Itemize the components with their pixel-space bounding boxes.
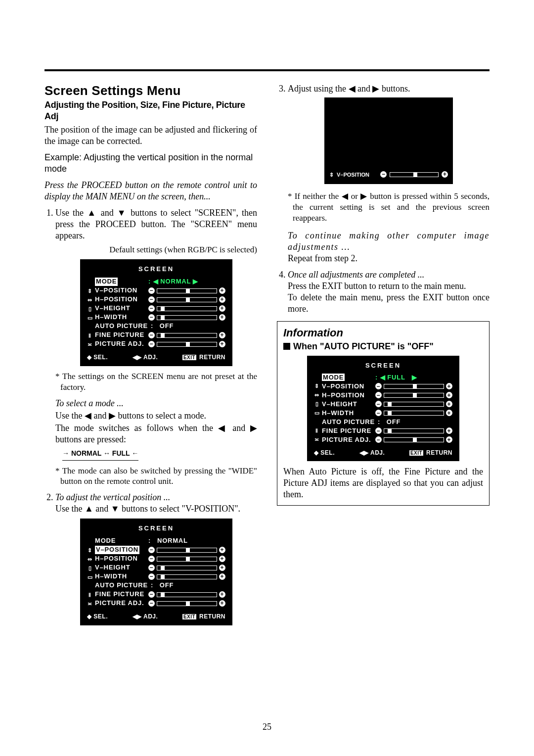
footer-return: EXIT RETURN bbox=[182, 354, 225, 361]
plus-icon: + bbox=[442, 171, 448, 178]
step-2-title: To adjust the vertical position ... bbox=[55, 492, 170, 502]
osd-row-mode: MODE : ◀ NORMAL ▶ bbox=[87, 278, 225, 286]
osd-row-picadj: ≍PICTURE ADJ. −+ bbox=[87, 340, 225, 349]
top-rule bbox=[44, 69, 490, 71]
info-heading: Information bbox=[283, 327, 483, 339]
vpos-icon: ⇕ bbox=[329, 171, 334, 178]
hpos-icon: ⇔ bbox=[87, 556, 93, 563]
square-bullet-icon bbox=[283, 343, 290, 350]
picadj-icon: ≍ bbox=[87, 600, 93, 607]
vheight-icon: ▯ bbox=[87, 305, 93, 312]
osd-row-vheight: ▯V–HEIGHT −+ bbox=[87, 304, 225, 313]
info-body: When Auto Picture is off, the Fine Pictu… bbox=[283, 466, 483, 500]
steps-list: Use the ▲ and ▼ buttons to select "SCREE… bbox=[44, 207, 257, 625]
repeat-step2: Repeat from step 2. bbox=[288, 253, 490, 264]
mode-switch-sentence: The mode switches as follows when the ◀ … bbox=[55, 423, 257, 445]
preview-label: V–POSITION bbox=[337, 171, 369, 178]
section-heading: Screen Settings Menu bbox=[44, 83, 257, 98]
intro-paragraph: The position of the image can be adjuste… bbox=[44, 124, 257, 147]
mode-cycle: → NORMAL ↔ FULL ← bbox=[62, 448, 138, 461]
subheading: Adjusting the Position, Size, Fine Pictu… bbox=[44, 99, 257, 122]
step-4-body1: Press the EXIT button to return to the m… bbox=[288, 281, 466, 291]
preview-bar bbox=[390, 172, 439, 177]
hwidth-icon: ▭ bbox=[87, 573, 93, 580]
step-1-text: Use the ▲ and ▼ buttons to select "SCREE… bbox=[55, 207, 257, 241]
hpos-icon: ⇔ bbox=[87, 296, 93, 303]
osd-row-autopic: AUTO PICTURE : OFF bbox=[87, 322, 225, 331]
footer-adj: ◀▶ ADJ. bbox=[133, 354, 158, 361]
vpos-icon: ⇕ bbox=[87, 547, 93, 554]
vheight-icon: ▯ bbox=[87, 565, 93, 571]
hwidth-icon: ▭ bbox=[87, 314, 93, 321]
osd-screen-menu-3: SCREEN MODE : ◀ FULL ▶ ⇕V–POSITION −+ ⇔H… bbox=[307, 356, 459, 461]
right-column: Adjust using the ◀ and ▶ buttons. ⇕ V–PO… bbox=[277, 83, 490, 630]
vpos-icon: ⇕ bbox=[87, 287, 93, 294]
minus-icon: − bbox=[148, 287, 155, 294]
example-label: Example: Adjusting the vertical position… bbox=[44, 152, 257, 175]
step-1: Use the ▲ and ▼ buttons to select "SCREE… bbox=[55, 207, 257, 487]
step-2: To adjust the vertical position ... Use … bbox=[55, 492, 257, 625]
picadj-icon: ≍ bbox=[87, 341, 93, 348]
step-2-body: Use the ▲ and ▼ buttons to select "V-POS… bbox=[55, 504, 240, 514]
plus-icon: + bbox=[219, 287, 225, 294]
osd-title: SCREEN bbox=[87, 265, 225, 274]
step-4-title: Once all adjustments are completed ... bbox=[288, 270, 424, 280]
osd-row-vpos: ⇕V–POSITION −+ bbox=[87, 286, 225, 295]
left-column: Screen Settings Menu Adjusting the Posit… bbox=[44, 83, 257, 630]
default-settings-label: Default settings (when RGB/PC is selecte… bbox=[55, 244, 257, 255]
minus-icon: − bbox=[380, 171, 387, 178]
osd-mode-label: MODE bbox=[95, 278, 118, 286]
osd-row-hpos: ⇔H–POSITION −+ bbox=[87, 295, 225, 304]
footer-sel: ◆ SEL. bbox=[87, 354, 108, 361]
information-box: Information When "AUTO PICTURE" is "OFF"… bbox=[277, 321, 490, 506]
manual-page: Screen Settings Menu Adjusting the Posit… bbox=[0, 0, 534, 756]
step-4-body2: To delete the main menu, press the EXIT … bbox=[288, 292, 490, 315]
steps-list-right: Adjust using the ◀ and ▶ buttons. ⇕ V–PO… bbox=[277, 83, 490, 315]
to-select-mode: To select a mode ... bbox=[55, 398, 257, 409]
use-lr-mode: Use the ◀ and ▶ buttons to select a mode… bbox=[55, 410, 257, 422]
triangle-right-icon: ▶ bbox=[193, 278, 198, 286]
continue-label: To continue making other computer image … bbox=[288, 230, 490, 253]
step-3: Adjust using the ◀ and ▶ buttons. ⇕ V–PO… bbox=[288, 83, 490, 264]
factory-note: * The settings on the SCREEN menu are no… bbox=[60, 371, 257, 393]
finepic-icon: ⫴ bbox=[87, 332, 93, 339]
step-3-text: Adjust using the ◀ and ▶ buttons. bbox=[288, 84, 410, 94]
vposition-preview: ⇕ V–POSITION − + bbox=[324, 97, 453, 184]
osd-screen-menu-2: SCREEN MODE : NORMAL ⇕V–POSITION −+ ⇔H–P… bbox=[80, 519, 232, 625]
preview-strip: ⇕ V–POSITION − + bbox=[329, 171, 448, 178]
osd-row-finepic: ⫴FINE PICTURE −+ bbox=[87, 331, 225, 340]
osd-footer: ◆ SEL. ◀▶ ADJ. EXIT RETURN bbox=[87, 354, 225, 361]
timeout-note: * If neither the ◀ or ▶ button is presse… bbox=[293, 191, 490, 223]
osd-row-hwidth: ▭H–WIDTH −+ bbox=[87, 313, 225, 322]
triangle-left-icon: : ◀ bbox=[148, 278, 158, 286]
two-column-layout: Screen Settings Menu Adjusting the Posit… bbox=[44, 83, 490, 630]
press-proceed: Press the PROCEED button on the remote c… bbox=[44, 180, 257, 202]
step-4: Once all adjustments are completed ... P… bbox=[288, 269, 490, 315]
wide-note: * The mode can also be switched by press… bbox=[60, 466, 257, 487]
osd-mode-value: NORMAL bbox=[160, 278, 191, 286]
page-number: 25 bbox=[0, 722, 534, 732]
info-subheading: When "AUTO PICTURE" is "OFF" bbox=[283, 341, 483, 352]
osd-screen-menu-1: SCREEN MODE : ◀ NORMAL ▶ ⇕V–POSITION −+ … bbox=[80, 259, 232, 366]
finepic-icon: ⫴ bbox=[87, 591, 93, 598]
